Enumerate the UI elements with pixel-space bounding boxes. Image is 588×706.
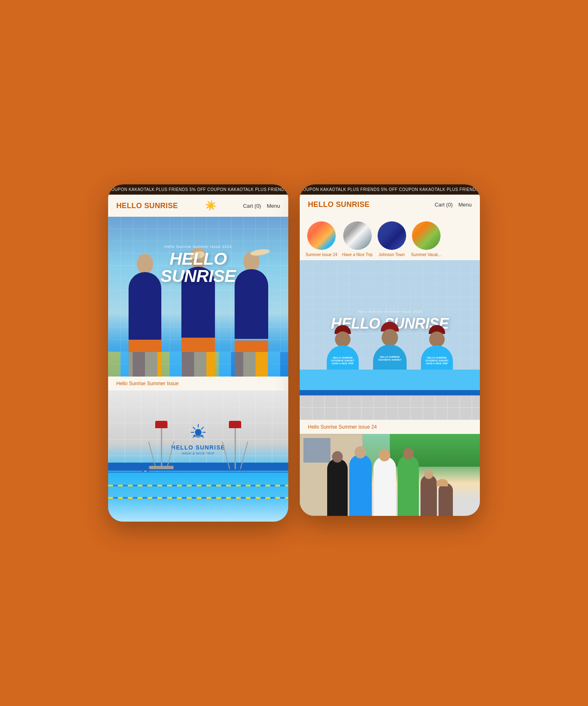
circle-label-1: Have a Nice Trip bbox=[342, 252, 373, 257]
person-2 bbox=[349, 454, 372, 516]
hero-big-left: HELLO SUNRISE bbox=[153, 250, 243, 285]
circle-item-0[interactable]: Summer issue 24 bbox=[305, 221, 337, 257]
menu-left[interactable]: Menu bbox=[267, 203, 280, 209]
shirt-text-1: HELLO SUNRISEGOODBYE SUNSETHAVE A NICE T… bbox=[328, 356, 357, 365]
hero-image-right: Hello Sunrise Summer Issue 2024 HELLO SU… bbox=[300, 260, 480, 420]
water-lanes-bottom bbox=[108, 472, 288, 522]
group-people bbox=[300, 450, 480, 516]
person-3-head bbox=[379, 449, 390, 461]
pool-water-right bbox=[300, 370, 480, 390]
pool-lanes-left bbox=[108, 352, 288, 377]
circle-item-3[interactable]: Summer Vacat... bbox=[411, 221, 441, 257]
nav-right-left: Cart (0) Menu bbox=[243, 203, 280, 209]
section-label-right: Hello Sunrise Summer issue 24 bbox=[300, 420, 480, 434]
shirt-text-3: HELLO SUNRISEGOODBYE SUNSETHAVE A NICE T… bbox=[423, 356, 451, 365]
announcement-text-left: COUPON KAKAOTALK PLUS FRIENDS 5% OFF COU… bbox=[108, 187, 288, 192]
group-photo bbox=[300, 434, 480, 516]
circle-visual-0 bbox=[307, 221, 336, 250]
chair-pole-right bbox=[235, 428, 236, 469]
person-1-head bbox=[332, 451, 343, 463]
chair-leg1-left bbox=[148, 441, 156, 469]
circle-img-3 bbox=[412, 221, 441, 250]
lane-rope-2 bbox=[108, 497, 288, 499]
chair-leg2-left bbox=[166, 441, 174, 469]
phone-left: COUPON KAKAOTALK PLUS FRIENDS 5% OFF COU… bbox=[108, 184, 288, 522]
circle-label-0: Summer issue 24 bbox=[305, 252, 337, 257]
chair-seat-right bbox=[229, 421, 241, 428]
announcement-bar-right: COUPON KAKAOTALK PLUS FRIENDS 5% OFF COU… bbox=[300, 184, 480, 195]
hero-image-left: Hello Sunrise Summer Issue 2024 HELLO SU… bbox=[108, 217, 288, 377]
phones-container: COUPON KAKAOTALK PLUS FRIENDS 5% OFF COU… bbox=[89, 184, 499, 522]
shirt-text-2: HELLO SUNRISEGOODBYE SUNSET bbox=[375, 356, 405, 361]
chair-left bbox=[155, 421, 167, 469]
circle-item-2[interactable]: Johnson Town bbox=[378, 221, 406, 257]
chair-right bbox=[229, 421, 241, 469]
phone-right: COUPON KAKAOTALK PLUS FRIENDS 5% OFF COU… bbox=[300, 184, 480, 516]
dog-head bbox=[436, 479, 448, 486]
announcement-text-right: COUPON KAKAOTALK PLUS FRIENDS 5% OFF COU… bbox=[300, 187, 480, 192]
nav-actions-right: Cart (0) Menu bbox=[434, 202, 472, 208]
lane-rope-1 bbox=[108, 485, 288, 486]
hat-3 bbox=[250, 248, 270, 257]
circle-item-1[interactable]: Have a Nice Trip bbox=[342, 221, 373, 257]
cart-left[interactable]: Cart (0) bbox=[243, 203, 261, 209]
circle-visual-2 bbox=[378, 221, 406, 250]
person-4-head bbox=[403, 448, 414, 459]
circle-img-2 bbox=[378, 221, 406, 250]
circle-label-2: Johnson Town bbox=[379, 252, 405, 257]
person-2-head bbox=[355, 446, 366, 459]
lifeguard-chairs bbox=[108, 421, 288, 469]
circle-visual-1 bbox=[343, 221, 372, 250]
circle-img-1 bbox=[343, 221, 372, 250]
person-6-dog bbox=[439, 483, 453, 516]
nav-right-phone: HELLO SUNRISE Cart (0) Menu bbox=[300, 195, 480, 215]
nav-left: HELLO SUNRISE ☀️ Cart (0) Menu bbox=[108, 195, 288, 217]
person-5 bbox=[421, 475, 437, 516]
cart-right[interactable]: Cart (0) bbox=[434, 202, 452, 208]
pool-image-left: HELLO SUNRISE HAVE A NICE TRIP ⊘ bbox=[108, 390, 288, 522]
circle-visual-3 bbox=[412, 221, 441, 250]
chair-pole-left bbox=[161, 428, 162, 469]
chair-base-left bbox=[149, 466, 174, 469]
chair-leg1-right bbox=[222, 441, 230, 469]
head-back-2 bbox=[382, 329, 398, 346]
head-back-3 bbox=[429, 331, 445, 347]
person-5-head bbox=[424, 469, 433, 479]
hero-small-left: Hello Sunrise Summer Issue 2024 bbox=[153, 245, 243, 249]
circle-img-0 bbox=[307, 221, 336, 250]
announcement-bar-left: COUPON KAKAOTALK PLUS FRIENDS 5% OFF COU… bbox=[108, 184, 288, 195]
logo-left[interactable]: HELLO SUNRISE bbox=[116, 202, 178, 210]
section-label-left: Hello Sunrise Summer Issue bbox=[108, 377, 288, 390]
head-back-1 bbox=[335, 331, 351, 347]
menu-right[interactable]: Menu bbox=[458, 202, 472, 208]
hero-text-left: Hello Sunrise Summer Issue 2024 HELLO SU… bbox=[153, 245, 243, 285]
chair-leg2-right bbox=[240, 441, 248, 469]
category-circles: Summer issue 24 Have a Nice Trip Johnson… bbox=[300, 215, 480, 260]
person-1 bbox=[327, 459, 348, 516]
person-4 bbox=[398, 455, 419, 516]
sun-icon-left: ☀️ bbox=[205, 200, 216, 211]
circle-label-3: Summer Vacat... bbox=[411, 252, 441, 257]
person-3 bbox=[373, 456, 396, 516]
chair-seat-left bbox=[155, 421, 167, 428]
pool-floor-right bbox=[300, 395, 480, 420]
head-1 bbox=[137, 254, 153, 274]
logo-right[interactable]: HELLO SUNRISE bbox=[308, 200, 370, 209]
